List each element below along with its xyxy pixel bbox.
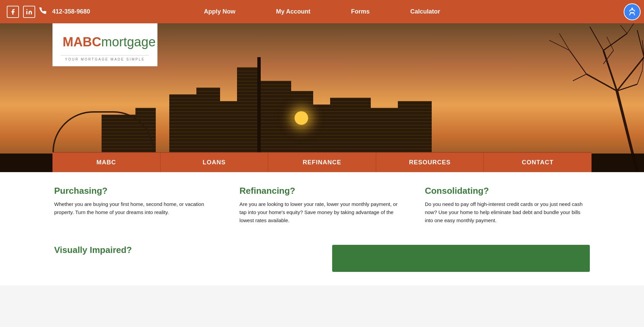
refinancing-text: Are you are looking to lower your rate, … <box>239 200 404 225</box>
phone-number: 412-358-9680 <box>52 8 90 15</box>
linkedin-icon[interactable] <box>23 6 35 18</box>
svg-line-12 <box>570 50 586 74</box>
svg-line-9 <box>627 23 634 33</box>
logo-text: MABCmortgage <box>63 36 156 48</box>
top-bar: 412-358-9680 Apply Now My Account Forms … <box>0 0 644 23</box>
nav-refinance[interactable]: REFINANCE <box>268 153 376 172</box>
sun <box>295 111 308 125</box>
consolidating-text: Do you need to pay off high-interest cre… <box>425 200 590 225</box>
svg-line-17 <box>637 71 642 84</box>
logo-mortgage: mortgage <box>101 35 156 49</box>
nav-resources[interactable]: RESOURCES <box>376 153 484 172</box>
nav-my-account[interactable]: My Account <box>256 8 330 15</box>
building-12 <box>371 108 398 155</box>
building-5 <box>220 101 239 155</box>
content-section: Purchasing? Whether you are buying your … <box>0 172 644 238</box>
building-13 <box>398 101 432 155</box>
purchasing-heading: Purchasing? <box>54 186 219 196</box>
consolidating-col: Consolidating? Do you need to pay off hi… <box>425 186 590 225</box>
refinancing-col: Refinancing? Are you are looking to lowe… <box>239 186 404 225</box>
green-block <box>332 245 590 272</box>
svg-point-0 <box>26 9 27 10</box>
svg-line-15 <box>573 74 586 81</box>
nav-apply-now[interactable]: Apply Now <box>184 8 256 15</box>
purchasing-text: Whether you are buying your first home, … <box>54 200 219 216</box>
building-1 <box>237 67 257 155</box>
building-2 <box>257 57 261 155</box>
consolidating-heading: Consolidating? <box>425 186 590 196</box>
nav-forms[interactable]: Forms <box>331 8 390 15</box>
nav-loans[interactable]: LOANS <box>160 153 269 172</box>
top-bar-nav: Apply Now My Account Forms Calculator <box>184 8 460 15</box>
refinancing-heading: Refinancing? <box>239 186 404 196</box>
building-8 <box>313 104 330 155</box>
logo-mabc: MABC <box>63 35 101 49</box>
nav-contact[interactable]: CONTACT <box>484 153 592 172</box>
visually-impaired-col: Visually Impaired? <box>54 245 312 272</box>
svg-line-2 <box>617 91 637 172</box>
top-bar-left: 412-358-9680 <box>7 6 90 18</box>
bottom-section: Visually Impaired? <box>0 238 644 285</box>
logo-box: MABCmortgage YOUR MORTGAGE MADE SIMPLE <box>52 23 157 66</box>
main-nav: MABC LOANS REFINANCE RESOURCES CONTACT <box>52 152 592 172</box>
svg-point-1 <box>631 8 633 9</box>
phone-icon <box>39 7 47 16</box>
building-4 <box>196 88 220 155</box>
visually-impaired-heading: Visually Impaired? <box>54 245 312 255</box>
nav-calculator[interactable]: Calculator <box>390 8 460 15</box>
svg-line-10 <box>620 25 627 33</box>
hero-section: MABCmortgage YOUR MORTGAGE MADE SIMPLE M… <box>0 23 644 172</box>
svg-line-7 <box>603 33 627 50</box>
svg-line-4 <box>617 57 644 91</box>
purchasing-col: Purchasing? Whether you are buying your … <box>54 186 219 225</box>
tree-overlay <box>441 23 644 172</box>
building-6 <box>261 81 291 155</box>
nav-mabc[interactable]: MABC <box>52 153 160 172</box>
building-3 <box>169 94 196 155</box>
building-11 <box>330 98 371 155</box>
accessibility-button[interactable] <box>624 3 641 20</box>
svg-line-8 <box>590 27 603 50</box>
facebook-icon[interactable] <box>7 6 19 18</box>
logo-tagline: YOUR MORTGAGE MADE SIMPLE <box>61 55 149 61</box>
